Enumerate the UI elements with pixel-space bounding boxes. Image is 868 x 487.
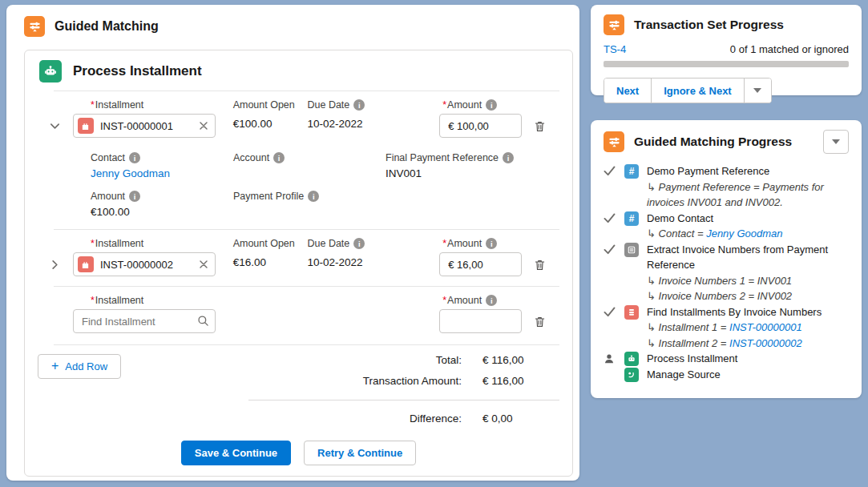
- more-actions-dropdown-button[interactable]: [744, 78, 771, 103]
- progress-step: Extract Invoice Numbers from Payment Ref…: [604, 242, 849, 304]
- chevron-down-icon: [753, 88, 761, 93]
- hash-icon: #: [624, 164, 639, 179]
- payment-profile-label: Payment Profilei: [233, 191, 386, 202]
- transaction-set-link[interactable]: TS-4: [604, 43, 626, 55]
- progress-step: Manage Source: [604, 367, 849, 383]
- info-icon[interactable]: i: [486, 295, 497, 306]
- find-installment-input[interactable]: [73, 309, 216, 333]
- amount-open-label: Amount Open: [233, 238, 305, 249]
- info-icon[interactable]: i: [129, 191, 140, 202]
- result-link[interactable]: INST-00000001: [729, 321, 802, 333]
- ignore-and-next-button[interactable]: Ignore & Next: [651, 78, 744, 103]
- installment-record-icon: [78, 256, 94, 272]
- delete-row-button[interactable]: [534, 309, 559, 328]
- add-row-button[interactable]: + Add Row: [38, 354, 121, 379]
- installment-label: *Installment: [73, 99, 216, 111]
- amount-open-value: €100.00: [233, 116, 273, 130]
- delete-row-button[interactable]: [534, 114, 559, 133]
- due-date-label: Due Datei: [307, 99, 427, 111]
- installment-pill[interactable]: INST-00000002: [73, 252, 216, 276]
- result-arrow-icon: ↳: [647, 275, 656, 287]
- amount-label: *Amounti: [439, 295, 522, 306]
- step-label: Process Installment: [647, 351, 849, 367]
- installment-record-icon: [78, 118, 94, 134]
- database-icon: [624, 305, 639, 320]
- step-result: ↳ Payment Reference = Payments for invoi…: [647, 179, 849, 211]
- totals-table: Total: € 116,00 Transaction Amount: € 11…: [248, 354, 559, 433]
- bot-icon: [39, 60, 62, 83]
- info-icon[interactable]: i: [353, 238, 365, 249]
- progress-step: # Demo Payment Reference ↳ Payment Refer…: [604, 163, 849, 211]
- difference-value: € 0,00: [482, 413, 559, 425]
- total-value: € 116,00: [482, 354, 559, 366]
- plus-icon: +: [51, 360, 59, 372]
- result-arrow-icon: ↳: [647, 227, 656, 239]
- guided-matching-progress-title: Guided Matching Progress: [634, 135, 792, 149]
- amount-open-value: €16.00: [233, 255, 266, 268]
- amount-input[interactable]: [439, 252, 522, 276]
- due-date-value: 10-02-2022: [307, 255, 362, 268]
- amount-input[interactable]: [439, 114, 522, 138]
- amount-input[interactable]: [439, 309, 522, 333]
- contact-label: Contacti: [91, 152, 233, 163]
- result-link[interactable]: Jenny Goodman: [706, 227, 782, 239]
- process-installment-card: Process Installment *Installment Amount …: [24, 50, 573, 477]
- step-status-empty: [604, 367, 616, 369]
- guided-matching-progress-header: Guided Matching Progress: [604, 130, 849, 154]
- result-link[interactable]: INST-00000002: [729, 337, 802, 349]
- installment-label: *Installment: [73, 295, 216, 306]
- installment-pill[interactable]: INST-00000001: [73, 114, 216, 138]
- progress-step: # Demo Contact ↳ Contact = Jenny Goodman: [604, 211, 849, 242]
- info-icon[interactable]: i: [273, 152, 285, 163]
- result-arrow-icon: ↳: [647, 321, 656, 333]
- step-result: ↳ Installment 1 = INST-00000001: [647, 320, 849, 336]
- bot-icon: [624, 352, 639, 366]
- trash-icon: [534, 316, 546, 328]
- guided-matching-panel: Guided Matching Process Installment *Ins…: [6, 5, 579, 481]
- process-installment-title: Process Installment: [73, 63, 202, 79]
- hash-icon: #: [624, 211, 639, 226]
- contact-link[interactable]: Jenny Goodman: [91, 167, 170, 179]
- result-arrow-icon: ↳: [647, 290, 656, 302]
- installment-pill-text: INST-00000002: [100, 259, 192, 271]
- clear-icon[interactable]: [199, 121, 208, 131]
- result-arrow-icon: ↳: [647, 181, 656, 193]
- delete-row-button[interactable]: [534, 252, 559, 272]
- search-icon[interactable]: [197, 315, 209, 327]
- step-label: Demo Contact: [647, 211, 849, 227]
- process-installment-header: Process Installment: [25, 50, 572, 91]
- installment-row-2: *Installment Amount Open Due Datei *Amou…: [25, 230, 572, 286]
- transaction-set-progress-header: Transaction Set Progress: [604, 14, 849, 35]
- info-icon[interactable]: i: [486, 99, 497, 111]
- clear-icon[interactable]: [199, 260, 208, 269]
- retry-continue-button[interactable]: Retry & Continue: [304, 441, 416, 465]
- expand-row-chevron[interactable]: [38, 252, 73, 271]
- info-icon[interactable]: i: [129, 152, 140, 163]
- progress-bar: [604, 61, 849, 67]
- progress-dropdown-button[interactable]: [823, 130, 849, 154]
- info-icon[interactable]: i: [503, 152, 514, 163]
- guided-matching-icon: [24, 16, 45, 37]
- next-button[interactable]: Next: [604, 78, 651, 103]
- info-icon[interactable]: i: [308, 191, 319, 202]
- form-actions: Save & Continue Retry & Continue: [25, 441, 572, 465]
- chevron-right-icon: [49, 259, 61, 271]
- totals-section: + Add Row Total: € 116,00 Transaction Am…: [25, 345, 572, 433]
- info-icon[interactable]: i: [353, 99, 365, 111]
- matched-status-text: 0 of 1 matched or ignored: [730, 43, 849, 55]
- guided-matching-header: Guided Matching: [6, 5, 579, 45]
- save-continue-button[interactable]: Save & Continue: [181, 441, 291, 465]
- info-icon[interactable]: i: [486, 238, 497, 249]
- step-label: Manage Source: [647, 367, 849, 383]
- collapse-row-chevron[interactable]: [38, 114, 73, 132]
- check-icon: [604, 304, 616, 317]
- progress-step: Find Installments By Invoice Numbers ↳ I…: [604, 304, 849, 352]
- installment-pill-text: INST-00000001: [100, 120, 192, 132]
- transaction-amount-value: € 116,00: [482, 375, 559, 387]
- installment-row-1: *Installment Amount Open Due Datei *Amou…: [25, 91, 572, 219]
- step-label: Find Installments By Invoice Numbers: [647, 304, 849, 320]
- add-row-label: Add Row: [65, 360, 107, 372]
- installment-details: Contacti Jenny Goodman Accounti Final Pa…: [25, 141, 572, 219]
- step-label: Demo Payment Reference: [647, 163, 849, 179]
- step-result: ↳ Contact = Jenny Goodman: [647, 226, 849, 242]
